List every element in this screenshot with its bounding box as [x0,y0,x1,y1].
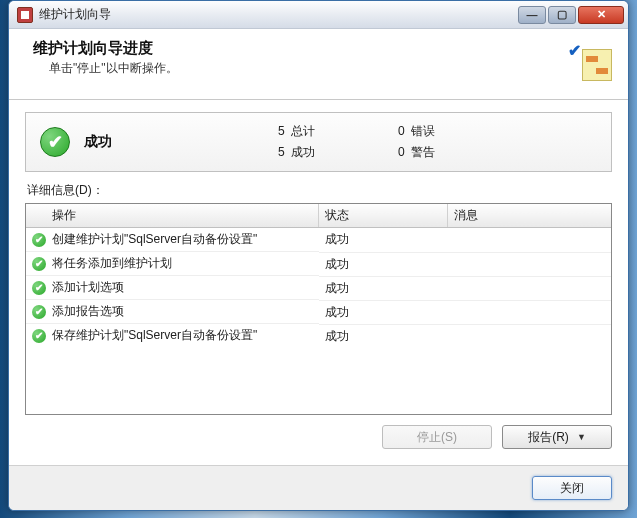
success-icon: ✔ [32,305,46,319]
operation-text: 添加报告选项 [52,303,124,320]
col-message[interactable]: 消息 [447,204,611,228]
maximize-button[interactable]: ▢ [548,6,576,24]
details-label: 详细信息(D)： [27,182,612,199]
stat-success: 5 成功 [278,144,398,161]
cell-message [447,252,611,276]
report-button[interactable]: 报告(R) ▼ [502,425,612,449]
summary-stats: 5 总计 0 错误 5 成功 0 警告 [278,123,597,161]
titlebar[interactable]: 维护计划向导 — ▢ ✕ [9,1,628,29]
summary-status: 成功 [84,133,264,151]
cell-status: 成功 [319,324,448,348]
table-row[interactable]: ✔添加报告选项成功 [26,300,611,324]
content-area: ✔ 成功 5 总计 0 错误 5 成功 0 警告 [9,100,628,465]
details-table-wrap[interactable]: 操作 状态 消息 ✔创建维护计划"SqlServer自动备份设置"成功✔将任务添… [25,203,612,415]
cell-message [447,276,611,300]
cell-status: 成功 [319,300,448,324]
stat-warning: 0 警告 [398,144,518,161]
table-row[interactable]: ✔创建维护计划"SqlServer自动备份设置"成功 [26,228,611,253]
success-icon: ✔ [32,329,46,343]
header-icon: ✔ [568,41,612,85]
cell-message [447,300,611,324]
table-row[interactable]: ✔将任务添加到维护计划成功 [26,252,611,276]
page-subtitle: 单击"停止"以中断操作。 [49,60,568,77]
cell-message [447,324,611,348]
cell-status: 成功 [319,228,448,253]
app-icon [17,7,33,23]
operation-text: 将任务添加到维护计划 [52,255,172,272]
action-buttons: 停止(S) 报告(R) ▼ [25,415,612,455]
chevron-down-icon: ▼ [577,432,586,442]
page-title: 维护计划向导进度 [33,39,568,58]
operation-text: 保存维护计划"SqlServer自动备份设置" [52,327,257,344]
wizard-window: 维护计划向导 — ▢ ✕ 维护计划向导进度 单击"停止"以中断操作。 ✔ ✔ 成… [8,0,629,511]
close-window-button[interactable]: ✕ [578,6,624,24]
operation-text: 创建维护计划"SqlServer自动备份设置" [52,231,257,248]
plan-document-icon [582,49,612,81]
success-icon: ✔ [32,281,46,295]
cell-operation: ✔创建维护计划"SqlServer自动备份设置" [26,228,319,252]
cell-operation: ✔保存维护计划"SqlServer自动备份设置" [26,324,319,347]
table-row[interactable]: ✔添加计划选项成功 [26,276,611,300]
header-area: 维护计划向导进度 单击"停止"以中断操作。 ✔ [9,29,628,100]
summary-box: ✔ 成功 5 总计 0 错误 5 成功 0 警告 [25,112,612,172]
bottom-bar: 关闭 [9,465,628,510]
success-icon: ✔ [32,257,46,271]
details-table: 操作 状态 消息 ✔创建维护计划"SqlServer自动备份设置"成功✔将任务添… [26,204,611,348]
cell-message [447,228,611,253]
minimize-button[interactable]: — [518,6,546,24]
stop-button: 停止(S) [382,425,492,449]
checkmark-icon: ✔ [568,41,581,60]
stat-error: 0 错误 [398,123,518,140]
cell-operation: ✔添加报告选项 [26,300,319,324]
cell-operation: ✔将任务添加到维护计划 [26,252,319,276]
cell-status: 成功 [319,276,448,300]
success-icon: ✔ [40,127,70,157]
cell-status: 成功 [319,252,448,276]
table-row[interactable]: ✔保存维护计划"SqlServer自动备份设置"成功 [26,324,611,348]
success-icon: ✔ [32,233,46,247]
window-controls: — ▢ ✕ [518,6,624,24]
stat-total: 5 总计 [278,123,398,140]
col-status[interactable]: 状态 [319,204,448,228]
window-title: 维护计划向导 [39,6,518,23]
col-operation[interactable]: 操作 [26,204,319,228]
operation-text: 添加计划选项 [52,279,124,296]
cell-operation: ✔添加计划选项 [26,276,319,300]
close-button[interactable]: 关闭 [532,476,612,500]
